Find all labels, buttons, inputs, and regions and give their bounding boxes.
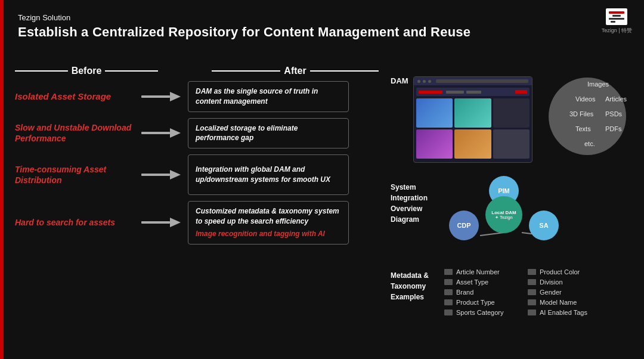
meta-asset-type: Asset Type	[444, 278, 522, 286]
before-item-3: Time-consuming Asset Distribution	[15, 163, 134, 187]
svg-rect-3	[611, 21, 615, 23]
before-line-right	[105, 70, 158, 72]
dam-section-label: DAM	[391, 76, 408, 85]
arrow-4	[134, 215, 188, 230]
after-line-right	[310, 70, 379, 72]
column-headers: Before After	[15, 66, 391, 76]
content-area: Before After Isolated Asset Storage DAM …	[15, 66, 391, 245]
mockup-img-6	[493, 129, 530, 159]
logo-text: Tezign | 特赞	[602, 27, 632, 35]
after-text-2: Localized storage to eliminate performan…	[196, 123, 341, 144]
meta-icon-5	[444, 310, 453, 315]
before-label: Before	[72, 66, 102, 76]
asset-type-videos: Videos	[575, 95, 595, 103]
dam-mockup	[413, 76, 532, 163]
meta-label-1: Metadata &	[391, 271, 429, 280]
asset-type-3dfiles: 3D Files	[569, 110, 593, 117]
integration-diagram: PIM Local DAM ✦ Tezign CDP SA	[444, 176, 564, 253]
meta-product-color: Product Color	[528, 268, 605, 276]
mockup-img-1	[416, 98, 453, 128]
asset-type-etc: etc.	[584, 140, 595, 147]
meta-icon-9	[528, 299, 536, 305]
row-1: Isolated Asset Storage DAM as the single…	[15, 81, 391, 112]
svg-rect-1	[612, 15, 621, 17]
metadata-label: Metadata & Taxonomy Examples	[391, 270, 429, 302]
solution-label: Tezign Solution	[18, 13, 470, 22]
svg-rect-6	[141, 132, 170, 134]
svg-rect-4	[141, 95, 170, 98]
meta-model-name: Model Name	[528, 299, 605, 306]
after-box-3: Integration with global DAM and up/downs…	[188, 154, 349, 195]
after-label: After	[284, 66, 306, 76]
mockup-img-5	[454, 129, 491, 159]
after-box-2: Localized storage to eliminate performan…	[188, 118, 349, 149]
after-text-1: DAM as the single source of truth in con…	[196, 86, 341, 107]
meta-article-number: Article Number	[444, 268, 522, 276]
row-3: Time-consuming Asset Distribution Integr…	[15, 154, 391, 195]
localdam-sublabel: ✦ Tezign	[495, 215, 513, 220]
localdam-label: Local DAM	[491, 210, 516, 215]
svg-line-13	[480, 233, 504, 236]
before-item-1: Isolated Asset Storage	[15, 85, 134, 109]
svg-rect-10	[141, 221, 170, 224]
before-header: Before	[15, 66, 158, 76]
before-item-4: Hard to search for assets	[15, 211, 134, 234]
svg-marker-7	[170, 128, 181, 138]
asset-type-pdfs: PDFs	[605, 125, 622, 132]
arrow-2	[134, 126, 188, 140]
meta-icon-8	[528, 289, 536, 295]
metadata-grid: Article Number Product Color Asset Type …	[444, 268, 605, 316]
after-box-1: DAM as the single source of truth in con…	[188, 81, 349, 112]
diagram-cdp-node: CDP	[449, 211, 479, 240]
sys-label-2: Integration	[391, 194, 428, 202]
arrow-1	[134, 89, 188, 104]
row-4: Hard to search for assets Customized met…	[15, 201, 391, 244]
svg-rect-2	[609, 18, 624, 20]
logo-icon	[606, 8, 627, 25]
asset-type-articles: Articles	[605, 95, 627, 103]
left-accent-border	[0, 0, 4, 359]
after-line-left	[212, 70, 280, 72]
mockup-dot-3	[428, 80, 431, 83]
meta-label-3: Examples	[391, 293, 424, 301]
asset-type-bubbles: Images Videos Articles 3D Files PSDs Tex…	[540, 69, 635, 170]
mockup-img-3	[493, 98, 530, 128]
meta-brand: Brand	[444, 289, 522, 296]
svg-marker-9	[170, 170, 181, 180]
diagram-localdam-node: Local DAM ✦ Tezign	[485, 196, 522, 233]
meta-icon-7	[528, 279, 536, 285]
header: Tezign Solution Establish a Centralized …	[18, 13, 470, 40]
asset-type-texts: Texts	[575, 125, 591, 132]
meta-product-type: Product Type	[444, 299, 522, 306]
sys-label-3: Overview	[391, 205, 422, 213]
sys-label-4: Diagram	[391, 215, 419, 224]
svg-marker-11	[170, 218, 181, 227]
diagram-sa-node: SA	[529, 211, 559, 240]
meta-division: Division	[528, 278, 605, 286]
asset-type-images: Images	[587, 81, 609, 88]
after-text-4a: Customized metadata & taxonomy system to…	[196, 206, 341, 227]
meta-label-2: Taxonomy	[391, 282, 426, 290]
svg-marker-5	[170, 92, 181, 101]
meta-sports-category: Sports Category	[444, 309, 522, 316]
after-box-4: Customized metadata & taxonomy system to…	[188, 201, 349, 244]
mockup-img-2	[454, 98, 491, 128]
after-text-3: Integration with global DAM and up/downs…	[196, 165, 341, 185]
meta-icon-3	[444, 289, 453, 295]
row-2: Slow and Unstable Download Performance L…	[15, 118, 391, 149]
mockup-dot-1	[417, 80, 420, 83]
system-integration-label: System Integration Overview Diagram	[391, 182, 438, 225]
arrow-3	[134, 168, 188, 182]
main-title: Establish a Centralized Repository for C…	[18, 24, 470, 40]
meta-icon-10	[528, 310, 536, 315]
logo-area: Tezign | 特赞	[602, 8, 632, 35]
meta-icon-1	[444, 269, 453, 275]
meta-icon-4	[444, 299, 453, 305]
mockup-img-4	[416, 129, 453, 159]
meta-icon-2	[444, 279, 453, 285]
mockup-dot-2	[423, 80, 426, 83]
svg-rect-0	[609, 11, 624, 14]
mockup-url-bar	[436, 79, 528, 83]
before-line-left	[15, 70, 68, 72]
svg-rect-8	[141, 174, 170, 176]
